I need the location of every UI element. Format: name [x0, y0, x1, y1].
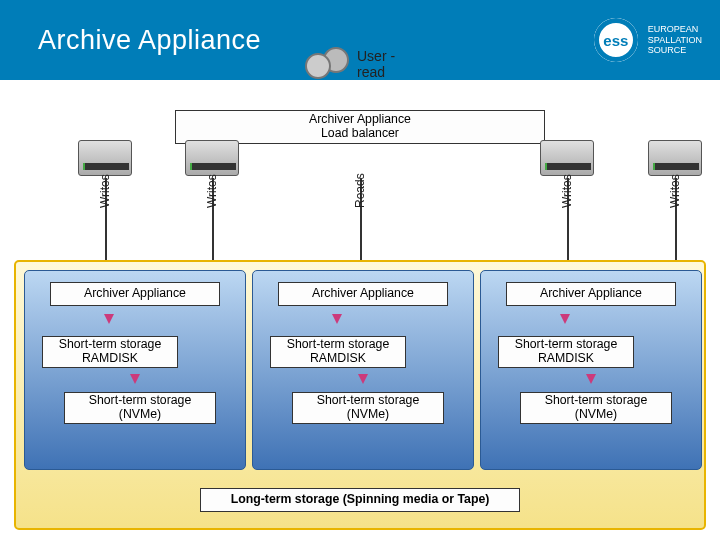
archiver-appliance-box: Archiver Appliance	[278, 282, 448, 306]
diagram-canvas: Archiver Appliance Load balancer Writes …	[0, 80, 720, 540]
long-term-storage-box: Long-term storage (Spinning media or Tap…	[200, 488, 520, 512]
arrow-down-icon	[104, 314, 114, 324]
server-icon	[540, 140, 594, 176]
storage-ramdisk-box: Short-term storage RAMDISK	[270, 336, 406, 368]
storage-nvme-box: Short-term storage (NVMe)	[292, 392, 444, 424]
server-icon	[648, 140, 702, 176]
arrow-down-icon	[358, 374, 368, 384]
flow-label-reads: Reads	[353, 173, 367, 208]
arrow-down-icon	[586, 374, 596, 384]
arrow-down-icon	[332, 314, 342, 324]
server-icon	[185, 140, 239, 176]
brand-abbr: ess	[594, 18, 638, 62]
flow-label-writes: Writes	[560, 174, 574, 208]
archiver-appliance-box: Archiver Appliance	[50, 282, 220, 306]
server-icon	[78, 140, 132, 176]
storage-nvme-box: Short-term storage (NVMe)	[64, 392, 216, 424]
arrow-down-icon	[560, 314, 570, 324]
page-title: Archive Appliance	[38, 25, 261, 56]
flow-label-writes: Writes	[205, 174, 219, 208]
load-balancer-box: Archiver Appliance Load balancer	[175, 110, 545, 144]
flow-label-writes: Writes	[98, 174, 112, 208]
archiver-appliance-box: Archiver Appliance	[506, 282, 676, 306]
brand-logo: ess EUROPEAN SPALLATION SOURCE	[594, 18, 702, 62]
storage-ramdisk-box: Short-term storage RAMDISK	[42, 336, 178, 368]
user-block: User - read	[305, 45, 395, 83]
users-icon	[305, 45, 349, 83]
arrow-down-icon	[130, 374, 140, 384]
user-label: User - read	[357, 48, 395, 80]
flow-label-writes: Writes	[668, 174, 682, 208]
header-bar: Archive Appliance User - read ess EUROPE…	[0, 0, 720, 80]
storage-ramdisk-box: Short-term storage RAMDISK	[498, 336, 634, 368]
brand-full: EUROPEAN SPALLATION SOURCE	[648, 24, 702, 56]
storage-nvme-box: Short-term storage (NVMe)	[520, 392, 672, 424]
